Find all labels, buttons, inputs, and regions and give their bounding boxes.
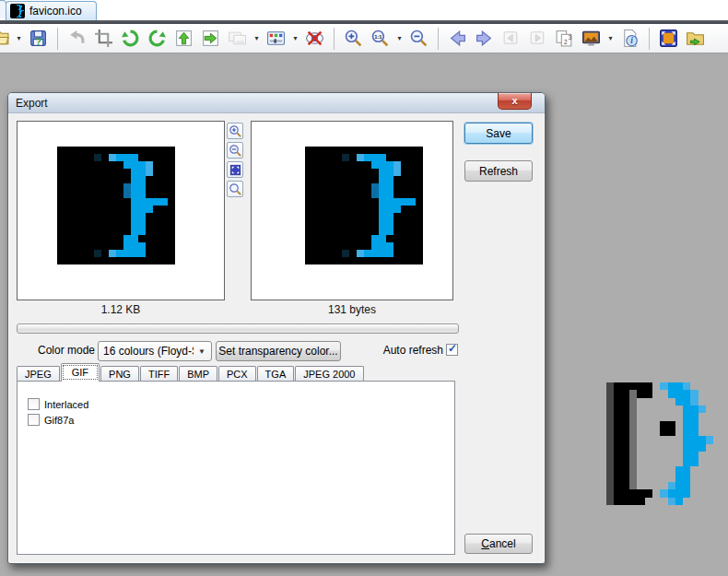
color-adjust-dropdown-arrow-icon[interactable]: ▾: [290, 26, 300, 51]
format-tab-strip: JPEGGIFPNGTIFFBMPPCXTGAJPEG 2000: [17, 363, 365, 382]
red-eye-removal-icon: [305, 29, 324, 48]
page-list-button[interactable]: 23: [552, 26, 577, 51]
rotate-left-button[interactable]: [118, 26, 143, 51]
zoom-in-icon: [229, 124, 242, 138]
svg-text:?: ?: [35, 36, 41, 47]
svg-text:i: i: [630, 36, 633, 45]
format-tab-gif[interactable]: GIF: [61, 363, 100, 382]
page-list-icon: 23: [555, 29, 574, 48]
preview-original-image: [57, 147, 175, 264]
format-tab-jpeg-2000[interactable]: JPEG 2000: [295, 366, 363, 382]
rotate-right-icon: [147, 29, 167, 48]
rotate-left-icon: [121, 29, 140, 48]
preview-export-image: [305, 147, 423, 264]
slideshow-dropdown-arrow-icon[interactable]: ▾: [605, 26, 616, 51]
interlaced-label: Interlaced: [44, 399, 88, 410]
set-transparency-color-button[interactable]: Set transparency color...: [216, 341, 341, 361]
main-toolbar: ▾?▾▾1:1▾23▾i: [0, 24, 728, 53]
open-file-button[interactable]: [0, 26, 12, 51]
crop-button[interactable]: [91, 26, 116, 51]
export-size-label: 131 bytes: [251, 303, 453, 316]
format-tab-tga[interactable]: TGA: [257, 366, 295, 382]
svg-text:1:1: 1:1: [374, 34, 382, 40]
zoom-in-icon: [344, 29, 363, 48]
interlaced-checkbox[interactable]: [28, 398, 40, 410]
export-progress-bar: [17, 323, 459, 334]
preview-zoom-out-button[interactable]: [227, 142, 243, 159]
document-tab-label: favicon.ico: [29, 5, 82, 18]
zoom-out-icon: [229, 144, 242, 158]
format-tab-pcx[interactable]: PCX: [218, 366, 256, 382]
document-tab-favicon[interactable]: favicon.ico: [6, 1, 97, 20]
preview-original-box[interactable]: [17, 121, 225, 300]
cancel-button[interactable]: Cancel: [464, 534, 533, 554]
batch-convert-button: [225, 26, 250, 51]
magnify-icon: [229, 182, 242, 196]
slideshow-button[interactable]: [579, 26, 604, 51]
save-button[interactable]: ?: [26, 26, 51, 51]
preview-zoom-in-button[interactable]: [227, 123, 243, 139]
undo-button[interactable]: [65, 26, 89, 51]
toolbar-separator: [438, 28, 439, 50]
application-window: favicon.ico ▾?▾▾1:1▾23▾i Export x 1.12 K…: [0, 0, 728, 576]
gif87a-checkbox[interactable]: [28, 414, 40, 426]
format-tab-bmp[interactable]: BMP: [179, 366, 217, 382]
format-tab-png[interactable]: PNG: [100, 366, 139, 382]
previous-page-icon: [501, 29, 521, 48]
original-size-label: 1.12 KB: [17, 303, 225, 316]
gif87a-label: Gif87a: [44, 415, 74, 426]
flip-vertical-button[interactable]: [171, 26, 196, 51]
zoom-out-button[interactable]: [406, 26, 431, 51]
image-info-icon: i: [620, 29, 640, 48]
fullscreen-button[interactable]: [656, 26, 681, 51]
color-mode-value: 16 colours (Floyd-Stein: [103, 345, 194, 358]
previous-image-button[interactable]: [445, 26, 470, 51]
zoom-actual-size-dropdown-arrow-icon[interactable]: ▾: [394, 26, 405, 51]
close-icon: x: [511, 96, 517, 106]
flip-horizontal-icon: [201, 29, 220, 48]
flip-horizontal-button[interactable]: [198, 26, 223, 51]
preview-export-box[interactable]: [251, 121, 453, 300]
browse-folder-button[interactable]: [683, 26, 708, 51]
image-info-button[interactable]: i: [617, 26, 642, 51]
chevron-down-icon[interactable]: ▼: [195, 345, 208, 358]
format-tab-tiff[interactable]: TIFF: [140, 366, 178, 382]
preview-magnify-button[interactable]: [227, 181, 243, 197]
color-adjust-icon: [266, 29, 286, 48]
toolbar-separator: [649, 28, 650, 50]
flip-vertical-icon: [174, 29, 194, 48]
slideshow-icon: [581, 29, 601, 48]
auto-refresh-checkbox[interactable]: ✓: [446, 344, 458, 356]
zoom-in-button[interactable]: [341, 26, 366, 51]
undo-icon: [67, 29, 87, 48]
checkmark-icon: ✓: [448, 342, 457, 355]
rotate-right-button[interactable]: [145, 26, 170, 51]
preview-fit-button[interactable]: [227, 161, 243, 178]
open-file-dropdown-arrow-icon[interactable]: ▾: [14, 26, 24, 51]
preview-zoom-toolbar: [227, 123, 245, 200]
batch-convert-dropdown-arrow-icon[interactable]: ▾: [252, 26, 262, 51]
dialog-titlebar[interactable]: Export x: [8, 93, 545, 113]
browse-folder-icon: [686, 29, 705, 48]
open-file-icon: [0, 29, 9, 48]
zoom-out-icon: [409, 29, 429, 48]
gif-option-row: Gif87a: [28, 414, 74, 426]
save-button[interactable]: Save: [464, 123, 533, 144]
color-mode-select[interactable]: 16 colours (Floyd-Stein ▼: [98, 341, 212, 361]
fit-icon: [229, 163, 242, 177]
close-button[interactable]: x: [498, 93, 532, 110]
format-tab-jpeg[interactable]: JPEG: [17, 366, 60, 382]
next-image-icon: [475, 29, 494, 48]
zoom-actual-size-button[interactable]: 1:1: [368, 26, 393, 51]
refresh-button[interactable]: Refresh: [464, 160, 533, 182]
crop-icon: [94, 29, 113, 48]
red-eye-removal-button[interactable]: [302, 26, 327, 51]
fullscreen-icon: [659, 29, 678, 48]
color-mode-label: Color mode: [17, 344, 95, 357]
svg-text:2: 2: [564, 39, 568, 45]
svg-text:3: 3: [569, 34, 572, 41]
batch-convert-icon: [228, 29, 247, 48]
editor-canvas-image[interactable]: [606, 382, 728, 505]
color-adjust-button[interactable]: [264, 26, 288, 51]
next-image-button[interactable]: [472, 26, 497, 51]
